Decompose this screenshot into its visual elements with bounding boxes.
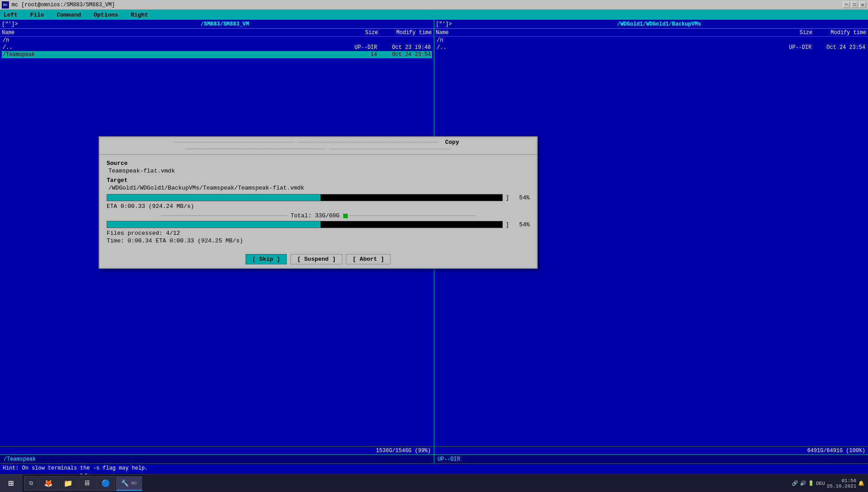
total-progress-bar [107, 221, 503, 228]
time-label: Time: 0:00.34 ETA 0:00.33 (924.25 MB/s) [107, 237, 530, 244]
right-footer-path: UP--DIR [438, 456, 460, 462]
left-panel-header: ["']> /SM883/SM883_VM [0, 20, 434, 29]
total-progress-percent: 54% [512, 221, 530, 228]
clock-time: 01:56 [827, 478, 856, 483]
taskbar-right: 🔗 🔊 🔋 DEU 01:56 25.10.2021 🔔 [788, 478, 868, 489]
sound-icon: 🔊 [800, 480, 806, 486]
clock-date: 25.10.2021 [827, 483, 856, 489]
right-panel-footer: UP--DIR [434, 454, 868, 463]
file-progress-bar [107, 194, 503, 201]
search-icon: ⧉ [29, 480, 33, 487]
menu-file[interactable]: File [28, 11, 46, 19]
right-panel-columns: Name Size Modify time [434, 29, 868, 37]
total-progress-container: ] 54% [107, 221, 530, 228]
taskbar-firefox[interactable]: 🦊 [39, 476, 58, 491]
window-title: mc [root@omnios:/SM883/SM883_VM] [12, 2, 115, 8]
firefox-icon: 🦊 [44, 479, 53, 488]
left-panel-path: /SM883/SM883_VM [201, 21, 249, 27]
taskbar-items: ⧉ 🦊 📁 🖥 🔵 🔧 mc [22, 476, 788, 491]
network-icon: 🔗 [792, 480, 798, 486]
title-bar-left: mc mc [root@omnios:/SM883/SM883_VM] [2, 1, 115, 9]
restore-button[interactable]: □ [851, 2, 858, 8]
terminal-icon: 🔧 [121, 479, 129, 487]
taskbar-search[interactable]: ⧉ [24, 476, 38, 491]
menu-command[interactable]: Command [55, 11, 83, 19]
total-marker [343, 214, 348, 218]
eta-label: ETA 0:00.33 (924.24 MB/s) [107, 203, 530, 210]
suspend-button[interactable]: [ Suspend ] [290, 254, 342, 264]
right-file-row-n[interactable]: /n [436, 37, 867, 44]
app-icon: mc [2, 1, 9, 9]
menu-left[interactable]: Left [2, 11, 19, 19]
title-bar: mc mc [root@omnios:/SM883/SM883_VM] ─ □ … [0, 0, 868, 10]
file-progress-fill [107, 194, 320, 201]
close-button[interactable]: ✕ [859, 2, 866, 8]
total-progress-label: ──────────────────────────────────── Tot… [107, 212, 530, 219]
files-processed-label: Files processed: 4/12 [107, 230, 530, 237]
taskbar-app2[interactable]: 🔵 [96, 476, 115, 491]
copy-dialog-title: ────────────────────────────────────────… [99, 137, 537, 155]
file-progress-container: ] 54% [107, 194, 530, 201]
clock: 01:56 25.10.2021 [827, 478, 856, 489]
left-file-row-dotdot[interactable]: /n [2, 37, 432, 44]
left-file-row-teamspeak[interactable]: /Teamspeak 14 Oct 24 23:54 [2, 51, 432, 58]
right-col-modify: Modify time [812, 30, 866, 36]
main-area: ["']> /SM883/SM883_VM Name Size Modify t… [0, 20, 868, 463]
battery-icon: 🔋 [808, 480, 814, 486]
abort-button[interactable]: [ Abort ] [346, 254, 391, 264]
dialog-buttons: [ Skip ] [ Suspend ] [ Abort ] [99, 254, 537, 268]
file-progress-percent: 54% [512, 194, 530, 201]
taskbar: ⊞ ⧉ 🦊 📁 🖥 🔵 🔧 mc 🔗 🔊 🔋 DEU 01:56 25.10.2… [0, 474, 868, 492]
right-file-row-up[interactable]: /.. UP--DIR Oct 24 23:54 [436, 44, 867, 51]
left-col-modify: Modify time [378, 30, 432, 36]
left-col-size: Size [342, 30, 378, 36]
source-value: Teamspeak-flat.vmdk [108, 168, 530, 174]
total-progress-fill [107, 221, 320, 228]
right-panel-header: ["']> /WDGold1/WDGold1/BackupVMs [434, 20, 868, 29]
app1-icon: 🖥 [83, 479, 91, 488]
left-file-row-up[interactable]: /.. UP--DIR Oct 23 19:48 [2, 44, 432, 51]
right-col-size: Size [777, 30, 812, 36]
start-button[interactable]: ⊞ [0, 475, 22, 492]
source-label: Source [107, 160, 530, 167]
folder-icon: 📁 [64, 479, 73, 488]
right-panel-path: /WDGold1/WDGold1/BackupVMs [617, 21, 701, 27]
hint-text: Hint: On slow terminals the -s flag may … [3, 465, 148, 471]
target-label: Target [107, 177, 530, 184]
lang-label: DEU [816, 481, 825, 486]
notification-icon: 🔔 [858, 480, 864, 486]
app2-icon: 🔵 [101, 479, 110, 488]
menu-right[interactable]: Right [129, 11, 150, 19]
left-panel-footer: /Teamspeak [0, 454, 434, 463]
left-disk-info: 1538G/1546G (99%) [0, 446, 434, 454]
menu-options[interactable]: Options [92, 11, 120, 19]
left-panel-corner-left: ["']> [2, 21, 18, 27]
right-col-name: Name [436, 30, 777, 36]
left-footer-path: /Teamspeak [4, 456, 36, 462]
taskbar-filemanager[interactable]: 📁 [59, 476, 78, 491]
windows-icon: ⊞ [8, 478, 13, 489]
right-panel-corner-left: ["']> [436, 21, 452, 27]
taskbar-mc[interactable]: 🔧 mc [116, 476, 142, 491]
title-bar-buttons: ─ □ ✕ [843, 2, 866, 8]
copy-dialog-content: Source Teamspeak-flat.vmdk Target /WDGol… [99, 155, 537, 250]
minimize-button[interactable]: ─ [843, 2, 850, 8]
target-value: /WDGold1/WDGold1/BackupVMs/Teamspeak/Tea… [108, 185, 530, 191]
status-bar: Hint: On slow terminals the -s flag may … [0, 463, 868, 472]
right-disk-info: 6491G/6491G (100%) [434, 446, 868, 454]
menu-bar: Left File Command Options Right [0, 10, 868, 20]
taskbar-app1[interactable]: 🖥 [78, 476, 95, 491]
left-panel-columns: Name Size Modify time [0, 29, 434, 37]
left-col-name: Name [2, 30, 342, 36]
copy-dialog: ────────────────────────────────────────… [99, 136, 538, 269]
skip-button[interactable]: [ Skip ] [246, 254, 287, 264]
